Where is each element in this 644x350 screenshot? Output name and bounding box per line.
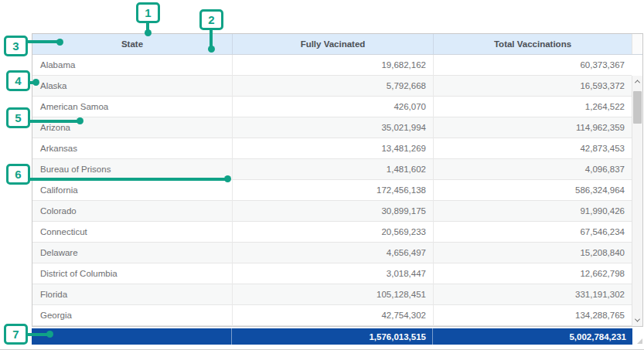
table-row[interactable]: Bureau of Prisons 1,481,602 4,096,837 xyxy=(32,159,632,180)
totals-row: 1,576,013,515 5,002,784,231 xyxy=(32,328,643,345)
annotation-callout-3: 3 xyxy=(4,36,28,56)
cell-state: Bureau of Prisons xyxy=(32,159,233,180)
cell-state: American Samoa xyxy=(32,97,233,117)
chevron-down-icon xyxy=(635,317,640,322)
cell-state: Connecticut xyxy=(32,222,233,243)
table-row[interactable]: Georgia 42,754,302 134,288,765 xyxy=(32,305,632,326)
table-body: Alabama 19,682,162 60,373,367 Alaska 5,7… xyxy=(32,55,642,326)
cell-total-vaccinations: 60,373,367 xyxy=(434,55,632,76)
column-header-total-vaccinations[interactable]: Total Vaccinations xyxy=(434,34,632,54)
callout-3-line xyxy=(26,40,60,43)
cell-fully-vaccinated: 3,018,447 xyxy=(233,263,434,284)
scrollbar-thumb[interactable] xyxy=(633,91,642,124)
cell-state: Colorado xyxy=(32,201,233,222)
cell-fully-vaccinated: 30,899,175 xyxy=(233,201,434,222)
annotation-callout-7: 7 xyxy=(4,324,28,345)
cell-fully-vaccinated: 35,021,994 xyxy=(233,117,434,138)
table-row[interactable]: Delaware 4,656,497 15,208,840 xyxy=(32,243,632,263)
cell-state: California xyxy=(32,180,233,201)
cell-state: Delaware xyxy=(32,243,233,263)
cell-total-vaccinations: 331,191,302 xyxy=(434,284,632,305)
callout-2-dot xyxy=(208,46,215,53)
table-row[interactable]: American Samoa 426,070 1,264,522 xyxy=(32,97,632,117)
annotation-callout-4: 4 xyxy=(6,70,30,91)
table-row[interactable]: Alaska 5,792,668 16,593,372 xyxy=(32,76,632,97)
table-row[interactable]: Colorado 30,899,175 91,990,426 xyxy=(32,201,632,222)
cell-total-vaccinations: 15,208,840 xyxy=(434,243,632,263)
cell-fully-vaccinated: 1,481,602 xyxy=(233,159,434,180)
table-row[interactable]: District of Columbia 3,018,447 12,662,79… xyxy=(32,263,632,284)
table-header-row: State Fully Vacinated Total Vaccinations xyxy=(32,34,642,55)
cell-fully-vaccinated: 20,569,233 xyxy=(233,222,434,243)
annotation-callout-2: 2 xyxy=(199,9,223,30)
column-header-fully-vaccinated[interactable]: Fully Vacinated xyxy=(233,34,434,54)
cell-total-vaccinations: 1,264,522 xyxy=(434,97,632,117)
total-total-vaccinations: 5,002,784,231 xyxy=(433,328,632,345)
cell-fully-vaccinated: 426,070 xyxy=(233,97,434,117)
cell-total-vaccinations: 114,962,359 xyxy=(434,117,632,138)
callout-2-line xyxy=(210,29,213,47)
cell-state: Alabama xyxy=(32,55,233,76)
footer-scrollbar-gutter xyxy=(632,328,643,345)
table-row[interactable]: Arkansas 13,481,269 42,873,453 xyxy=(32,138,632,159)
vertical-scrollbar[interactable] xyxy=(632,76,642,326)
table-row[interactable]: Arizona 35,021,994 114,962,359 xyxy=(32,117,632,138)
cell-fully-vaccinated: 5,792,668 xyxy=(233,76,434,97)
total-fully-vaccinated: 1,576,013,515 xyxy=(232,328,433,345)
cell-state: Florida xyxy=(32,284,233,305)
cell-total-vaccinations: 4,096,837 xyxy=(434,159,632,180)
total-state-cell xyxy=(32,328,232,345)
callout-4-dot xyxy=(32,79,39,86)
cell-fully-vaccinated: 13,481,269 xyxy=(233,138,434,159)
callout-3-dot xyxy=(56,39,63,46)
cell-total-vaccinations: 91,990,426 xyxy=(434,201,632,222)
table-row[interactable]: California 172,456,138 586,324,964 xyxy=(32,180,632,201)
cell-total-vaccinations: 12,662,798 xyxy=(434,263,632,284)
callout-5-line xyxy=(28,120,78,123)
callout-6-line xyxy=(28,178,225,181)
header-scrollbar-gutter xyxy=(632,34,642,54)
cell-total-vaccinations: 586,324,964 xyxy=(434,180,632,201)
callout-1-dot xyxy=(145,29,152,36)
chevron-up-icon xyxy=(635,80,640,85)
cell-state: Georgia xyxy=(32,305,233,326)
dashboard-canvas: State Fully Vacinated Total Vaccinations… xyxy=(0,0,644,350)
cell-fully-vaccinated: 42,754,302 xyxy=(233,305,434,326)
cell-state: District of Columbia xyxy=(32,263,233,284)
annotation-callout-1: 1 xyxy=(136,2,160,23)
callout-7-line xyxy=(26,333,48,336)
callout-7-dot xyxy=(46,331,53,338)
cell-state: Alaska xyxy=(32,76,233,97)
callout-5-dot xyxy=(77,117,83,124)
cell-total-vaccinations: 134,288,765 xyxy=(434,305,632,326)
cell-fully-vaccinated: 172,456,138 xyxy=(233,180,434,201)
cell-fully-vaccinated: 19,682,162 xyxy=(233,55,434,76)
totals-row-bar: 1,576,013,515 5,002,784,231 xyxy=(32,328,632,345)
cell-state: Arkansas xyxy=(32,138,233,159)
cell-total-vaccinations: 67,546,234 xyxy=(434,222,632,243)
cell-total-vaccinations: 16,593,372 xyxy=(434,76,632,97)
callout-6-dot xyxy=(224,175,231,182)
table-row[interactable]: Connecticut 20,569,233 67,546,234 xyxy=(32,222,632,243)
table-row[interactable]: Florida 105,128,451 331,191,302 xyxy=(32,284,632,305)
annotation-callout-6: 6 xyxy=(6,164,30,185)
scroll-up-button[interactable] xyxy=(632,76,642,87)
cell-fully-vaccinated: 4,656,497 xyxy=(233,243,434,263)
annotation-callout-5: 5 xyxy=(6,107,30,128)
cell-fully-vaccinated: 105,128,451 xyxy=(233,284,434,305)
resize-grip-icon[interactable] xyxy=(637,338,642,344)
scroll-down-button[interactable] xyxy=(632,314,642,326)
table-row[interactable]: Alabama 19,682,162 60,373,367 xyxy=(32,55,632,76)
cell-total-vaccinations: 42,873,453 xyxy=(434,138,632,159)
